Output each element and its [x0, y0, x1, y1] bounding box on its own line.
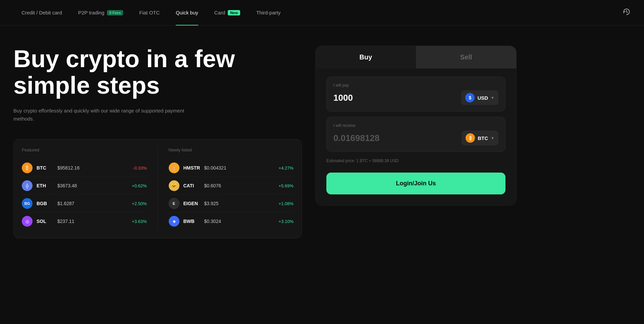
coin-symbol: HMSTR: [183, 165, 200, 171]
left-panel: Buy crypto in a few simple steps Buy cry…: [13, 46, 302, 238]
list-item[interactable]: BG BGB $1.6287 +2.50%: [22, 194, 147, 212]
login-join-button[interactable]: Login/Join Us: [326, 173, 505, 194]
coin-change: -0.33%: [133, 166, 147, 171]
coin-change: +4.27%: [279, 166, 293, 171]
list-item[interactable]: ◈ BWB $0.3024 +3.10%: [169, 212, 294, 230]
nav-item-p2p-trading[interactable]: P2P trading 0 Fees: [70, 0, 131, 26]
receive-currency-label: BTC: [478, 135, 488, 141]
btc-icon: ₿: [22, 163, 33, 173]
nav-item-quick-buy[interactable]: Quick buy: [168, 0, 206, 26]
nav-item-credit-debit[interactable]: Credit / Debit card: [13, 0, 70, 26]
coin-change: +3.10%: [279, 219, 293, 224]
coin-symbol: BWB: [183, 219, 200, 224]
coin-symbol: CATI: [183, 183, 200, 188]
nav-label-quick-buy: Quick buy: [176, 10, 198, 15]
receive-input-box: I will receive 0.01698128 ₿ BTC ▼: [326, 117, 505, 152]
right-panel: Buy Sell I will pay 1000 $ USD ▼: [315, 46, 517, 238]
hero-title: Buy crypto in a few simple steps: [13, 46, 302, 99]
nav-label-p2p-trading: P2P trading: [78, 10, 104, 15]
pay-currency-label: USD: [477, 95, 488, 101]
estimated-price: Estimated price: 1 BTC ≈ 58888.38 USD: [326, 157, 505, 165]
pay-amount[interactable]: 1000: [333, 93, 353, 103]
coin-price: $237.11: [57, 219, 128, 224]
btc-currency-icon: ₿: [466, 133, 475, 143]
nav-label-credit-debit: Credit / Debit card: [21, 10, 62, 15]
list-item[interactable]: ◎ SOL $237.11 +3.63%: [22, 212, 147, 230]
nav-label-card: Card: [214, 10, 225, 15]
buy-sell-panel: Buy Sell I will pay 1000 $ USD ▼: [315, 46, 517, 205]
navigation: Credit / Debit card P2P trading 0 Fees F…: [0, 0, 644, 26]
eigen-icon: E: [169, 198, 179, 209]
main-content: Buy crypto in a few simple steps Buy cry…: [0, 26, 644, 252]
receive-label: I will receive: [333, 123, 498, 128]
tab-sell-label: Sell: [460, 53, 472, 61]
nav-item-card[interactable]: Card New: [206, 0, 248, 26]
nav-item-fiat-otc[interactable]: Fiat OTC: [131, 0, 168, 26]
crypto-table: Featured ₿ BTC $95812.16 -0.33% ⟠ ETH $3…: [13, 139, 302, 238]
history-icon[interactable]: [623, 8, 631, 18]
list-item[interactable]: 🐹 HMSTR $0.004321 +4.27%: [169, 159, 294, 177]
list-item[interactable]: ₿ BTC $95812.16 -0.33%: [22, 159, 147, 177]
coin-price: $0.3024: [204, 219, 275, 224]
fees-badge: 0 Fees: [107, 10, 123, 15]
receive-currency-selector[interactable]: ₿ BTC ▼: [462, 131, 498, 145]
pay-input-box: I will pay 1000 $ USD ▼: [326, 77, 505, 111]
coin-price: $3673.48: [57, 183, 128, 188]
receive-amount[interactable]: 0.01698128: [333, 133, 379, 143]
panel-body: I will pay 1000 $ USD ▼ I will receive: [316, 68, 516, 165]
newly-listed-section: Newly listed 🐹 HMSTR $0.004321 +4.27% 🐱 …: [158, 147, 294, 230]
list-item[interactable]: 🐱 CATI $0.6076 +5.69%: [169, 177, 294, 194]
hmstr-icon: 🐹: [169, 163, 179, 173]
nav-label-fiat-otc: Fiat OTC: [139, 10, 160, 15]
coin-price: $0.004321: [204, 165, 275, 171]
coin-change: +2.50%: [132, 201, 147, 206]
coin-symbol: SOL: [37, 219, 53, 224]
nav-item-third-party[interactable]: Third-party: [248, 0, 289, 26]
coin-change: +3.63%: [132, 219, 147, 224]
coin-change: +5.69%: [279, 183, 293, 188]
newly-listed-title: Newly listed: [169, 147, 294, 152]
coin-price: $3.925: [204, 201, 275, 206]
pay-label: I will pay: [333, 83, 498, 88]
pay-currency-selector[interactable]: $ USD ▼: [461, 90, 498, 105]
coin-price: $95812.16: [57, 165, 129, 171]
featured-section: Featured ₿ BTC $95812.16 -0.33% ⟠ ETH $3…: [22, 147, 147, 230]
bgb-icon: BG: [22, 198, 33, 209]
coin-symbol: BTC: [37, 165, 53, 171]
coin-price: $0.6076: [204, 183, 275, 188]
eth-icon: ⟠: [22, 180, 33, 191]
hero-subtitle: Buy crypto effortlessly and quickly with…: [13, 107, 188, 123]
receive-row: 0.01698128 ₿ BTC ▼: [333, 131, 498, 145]
tab-buy[interactable]: Buy: [316, 46, 416, 68]
bwb-icon: ◈: [169, 216, 179, 227]
coin-change: +1.08%: [279, 201, 293, 206]
panel-tabs: Buy Sell: [316, 46, 516, 68]
usd-currency-icon: $: [465, 93, 475, 102]
tab-sell[interactable]: Sell: [416, 46, 516, 68]
list-item[interactable]: E EIGEN $3.925 +1.08%: [169, 194, 294, 212]
coin-price: $1.6287: [57, 201, 128, 206]
coin-symbol: EIGEN: [183, 201, 200, 206]
pay-currency-chevron: ▼: [491, 96, 494, 100]
featured-title: Featured: [22, 147, 147, 152]
new-badge: New: [228, 10, 240, 15]
receive-currency-chevron: ▼: [491, 136, 494, 140]
sol-icon: ◎: [22, 216, 33, 227]
pay-row: 1000 $ USD ▼: [333, 90, 498, 105]
coin-symbol: BGB: [37, 201, 53, 206]
cati-icon: 🐱: [169, 180, 179, 191]
tab-buy-label: Buy: [360, 53, 372, 61]
nav-label-third-party: Third-party: [256, 10, 281, 15]
list-item[interactable]: ⟠ ETH $3673.48 +0.62%: [22, 177, 147, 194]
coin-symbol: ETH: [37, 183, 53, 188]
coin-change: +0.62%: [132, 183, 147, 188]
